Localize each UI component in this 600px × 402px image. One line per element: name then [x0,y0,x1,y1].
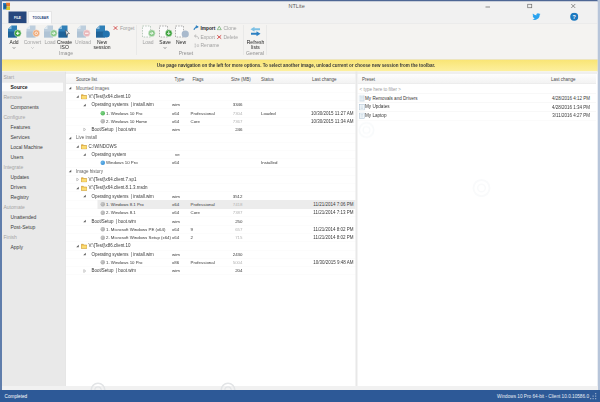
svg-text:?: ? [573,14,576,20]
